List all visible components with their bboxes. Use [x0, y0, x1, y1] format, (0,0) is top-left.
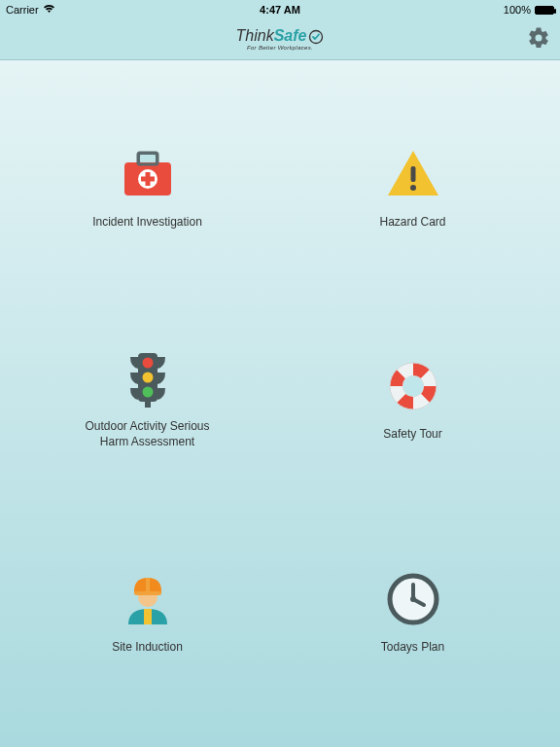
app-tagline: For Better Workplaces. — [236, 45, 325, 51]
svg-rect-15 — [145, 402, 151, 408]
tile-safety-tour[interactable]: Safety Tour — [285, 302, 541, 496]
svg-rect-20 — [144, 609, 152, 624]
nav-bar: ThinkSafe For Better Workplaces. — [0, 19, 560, 60]
tile-hazard-card[interactable]: Hazard Card — [285, 89, 541, 283]
svg-point-10 — [410, 185, 416, 191]
svg-rect-9 — [410, 166, 415, 182]
battery-pct: 100% — [504, 4, 531, 16]
warning-triangle-icon — [382, 143, 444, 205]
status-left: Carrier — [6, 4, 55, 16]
settings-button[interactable] — [527, 26, 550, 53]
svg-point-12 — [142, 358, 153, 369]
clock-icon — [382, 568, 444, 630]
status-right: 100% — [504, 4, 554, 16]
tile-todays-plan[interactable]: Todays Plan — [285, 515, 541, 708]
lifebuoy-icon — [382, 355, 444, 417]
brand-bold: Safe — [274, 27, 307, 44]
svg-rect-23 — [146, 578, 150, 591]
tile-label: Incident Investigation — [92, 215, 202, 231]
construction-worker-icon — [117, 568, 179, 630]
traffic-light-icon — [117, 347, 179, 409]
tile-label: Todays Plan — [381, 640, 444, 656]
brand-thin: Think — [236, 27, 274, 44]
svg-point-27 — [410, 596, 416, 602]
app-title: ThinkSafe — [236, 28, 325, 45]
battery-icon — [535, 6, 554, 15]
carrier-label: Carrier — [6, 4, 39, 16]
svg-rect-22 — [134, 591, 161, 595]
wifi-icon — [43, 4, 55, 16]
tile-site-induction[interactable]: Site Induction — [19, 515, 275, 708]
svg-rect-8 — [141, 176, 155, 181]
tile-label: Outdoor Activity Serious Harm Assessment — [70, 419, 226, 449]
tile-outdoor-assessment[interactable]: Outdoor Activity Serious Harm Assessment — [19, 302, 275, 496]
svg-point-14 — [142, 387, 153, 398]
svg-point-13 — [142, 373, 153, 383]
svg-rect-5 — [140, 155, 156, 162]
checkmark-icon — [308, 29, 324, 45]
gear-icon — [527, 26, 550, 50]
tile-incident-investigation[interactable]: Incident Investigation — [19, 89, 275, 283]
first-aid-kit-icon — [117, 143, 179, 205]
tile-label: Safety Tour — [383, 427, 441, 443]
app-logo: ThinkSafe For Better Workplaces. — [236, 28, 325, 51]
tile-label: Site Induction — [112, 640, 183, 656]
status-bar: Carrier 4:47 AM 100% — [0, 0, 560, 19]
status-time: 4:47 AM — [260, 4, 300, 16]
tile-label: Hazard Card — [379, 215, 445, 231]
home-grid: Incident Investigation Hazard Card — [0, 60, 560, 747]
